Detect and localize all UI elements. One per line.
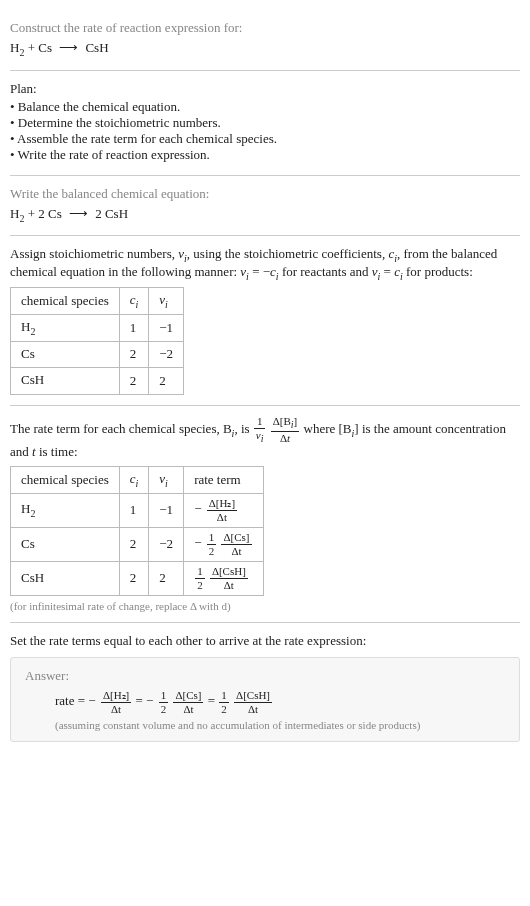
cell-c: 2 [119, 341, 149, 368]
plan-item: Balance the chemical equation. [10, 99, 520, 115]
col-c: ci [119, 288, 149, 315]
cell-c: 1 [119, 493, 149, 527]
balanced-prompt: Write the balanced chemical equation: [10, 186, 520, 202]
cell-species: CsH [11, 368, 120, 395]
table-header-row: chemical species ci νi [11, 288, 184, 315]
plus-text: + Cs [24, 40, 55, 55]
table-row: Cs 2 −2 − 12 Δ[Cs]Δt [11, 527, 264, 561]
cell-nu: 2 [149, 368, 184, 395]
cell-nu: −1 [149, 314, 184, 341]
final-section: Set the rate terms equal to each other t… [10, 623, 520, 752]
plan-item: Assemble the rate term for each chemical… [10, 131, 520, 147]
arrow-icon: ⟶ [69, 206, 88, 222]
species-h2: H2 [10, 40, 24, 55]
table-header-row: chemical species ci νi rate term [11, 466, 264, 493]
cell-species: Cs [11, 527, 120, 561]
cell-species: H2 [11, 314, 120, 341]
cell-species: H2 [11, 493, 120, 527]
cell-c: 2 [119, 527, 149, 561]
col-species: chemical species [11, 288, 120, 315]
rateterm-section: The rate term for each chemical species,… [10, 406, 520, 623]
plan-section: Plan: Balance the chemical equation. Det… [10, 71, 520, 176]
table-row: Cs 2 −2 [11, 341, 184, 368]
species-csh: 2 CsH [92, 206, 128, 221]
rate-note: (for infinitesimal rate of change, repla… [10, 600, 520, 612]
assign-text: Assign stoichiometric numbers, νi, using… [10, 246, 520, 281]
cell-c: 1 [119, 314, 149, 341]
rateterm-text: The rate term for each chemical species,… [10, 416, 520, 460]
cell-species: CsH [11, 561, 120, 595]
cell-nu: −2 [149, 527, 184, 561]
species-csh: CsH [82, 40, 108, 55]
plus-text: + 2 Cs [24, 206, 65, 221]
plan-item: Write the rate of reaction expression. [10, 147, 520, 163]
balanced-equation: H2 + 2 Cs ⟶ 2 CsH [10, 206, 520, 224]
cell-c: 2 [119, 561, 149, 595]
fraction: Δ[Bi] Δt [271, 416, 300, 444]
table-row: H2 1 −1 − Δ[H₂]Δt [11, 493, 264, 527]
cell-nu: −2 [149, 341, 184, 368]
cell-rate: − 12 Δ[Cs]Δt [184, 527, 263, 561]
plan-item: Determine the stoichiometric numbers. [10, 115, 520, 131]
table-row: CsH 2 2 12 Δ[CsH]Δt [11, 561, 264, 595]
answer-expression: rate = − Δ[H₂]Δt = − 12 Δ[Cs]Δt = 12 Δ[C… [25, 690, 505, 715]
cell-nu: 2 [149, 561, 184, 595]
species-h2: H2 [10, 206, 24, 221]
balanced-section: Write the balanced chemical equation: H2… [10, 176, 520, 237]
answer-box: Answer: rate = − Δ[H₂]Δt = − 12 Δ[Cs]Δt … [10, 657, 520, 742]
col-rate: rate term [184, 466, 263, 493]
intro-prompt: Construct the rate of reaction expressio… [10, 20, 520, 36]
final-prompt: Set the rate terms equal to each other t… [10, 633, 520, 649]
col-c: ci [119, 466, 149, 493]
cell-rate: − Δ[H₂]Δt [184, 493, 263, 527]
col-nu: νi [149, 288, 184, 315]
plan-list: Balance the chemical equation. Determine… [10, 99, 520, 163]
arrow-icon: ⟶ [59, 40, 78, 56]
col-nu: νi [149, 466, 184, 493]
table-row: CsH 2 2 [11, 368, 184, 395]
intro-section: Construct the rate of reaction expressio… [10, 10, 520, 71]
plan-label: Plan: [10, 81, 520, 97]
cell-species: Cs [11, 341, 120, 368]
rate-table: chemical species ci νi rate term H2 1 −1… [10, 466, 264, 596]
table-row: H2 1 −1 [11, 314, 184, 341]
answer-assumption: (assuming constant volume and no accumul… [25, 719, 505, 731]
intro-equation: H2 + Cs ⟶ CsH [10, 40, 520, 58]
cell-rate: 12 Δ[CsH]Δt [184, 561, 263, 595]
answer-label: Answer: [25, 668, 505, 684]
assign-section: Assign stoichiometric numbers, νi, using… [10, 236, 520, 406]
cell-c: 2 [119, 368, 149, 395]
stoich-table: chemical species ci νi H2 1 −1 Cs 2 −2 C… [10, 287, 184, 394]
cell-nu: −1 [149, 493, 184, 527]
fraction: 1 νi [254, 416, 266, 444]
col-species: chemical species [11, 466, 120, 493]
